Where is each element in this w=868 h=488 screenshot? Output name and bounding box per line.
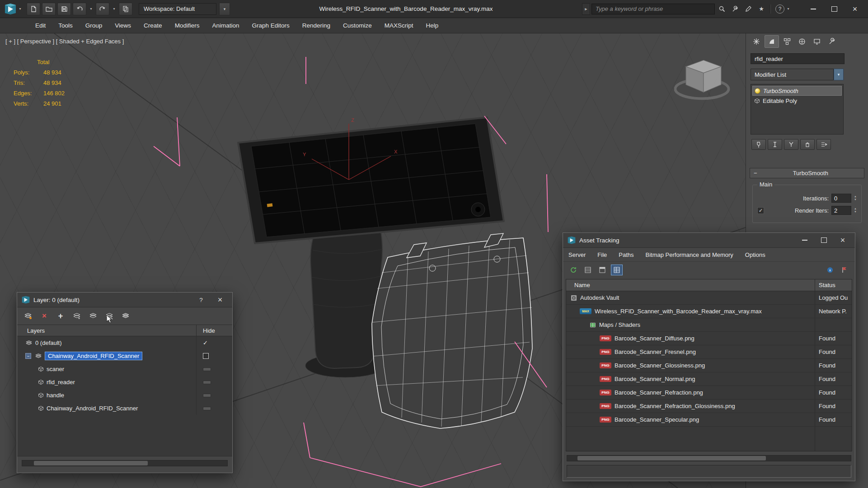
hide-checkbox[interactable] bbox=[203, 353, 209, 359]
collapse-expander-icon[interactable]: − bbox=[25, 353, 31, 359]
asset-horizontal-scrollbar[interactable] bbox=[567, 455, 851, 461]
search-history-button[interactable]: ► bbox=[582, 3, 590, 15]
hide-cell[interactable] bbox=[196, 363, 232, 376]
dialog-minimize-button[interactable] bbox=[797, 234, 812, 246]
render-iters-spinner[interactable]: ▲ ▼ bbox=[854, 207, 857, 214]
hide-cell[interactable]: ✓ bbox=[196, 336, 232, 349]
favorites-star-icon[interactable]: ★ bbox=[755, 3, 767, 15]
menu-tools[interactable]: Tools bbox=[52, 18, 79, 33]
layers-column-header[interactable]: Layers bbox=[17, 327, 196, 334]
layer-row-scaner[interactable]: scaner bbox=[17, 363, 232, 376]
delete-layer-button[interactable]: × bbox=[39, 311, 50, 321]
rollout-header[interactable]: − TurboSmooth bbox=[750, 168, 864, 178]
tab-modify[interactable] bbox=[765, 35, 779, 48]
menu-create[interactable]: Create bbox=[137, 18, 169, 33]
menu-options[interactable]: Options bbox=[745, 251, 765, 258]
menu-edit[interactable]: Edit bbox=[29, 18, 52, 33]
minimize-button[interactable] bbox=[803, 2, 824, 16]
menu-rendering[interactable]: Rendering bbox=[296, 18, 337, 33]
workspace-selector[interactable]: Workspace: Default bbox=[139, 3, 216, 15]
show-end-result-button[interactable] bbox=[768, 139, 782, 150]
menu-paths[interactable]: Paths bbox=[619, 251, 633, 258]
dialog-help-button[interactable]: ? bbox=[193, 294, 209, 306]
wrench-icon[interactable] bbox=[729, 3, 741, 15]
asset-row-refraction-glossiness[interactable]: PNG Barcode_Scanner_Refraction_Glossines… bbox=[566, 400, 852, 413]
asset-row-fresnel[interactable]: PNG Barcode_Scanner_Fresnel.png Found bbox=[566, 345, 852, 359]
scrollbar-thumb[interactable] bbox=[577, 456, 766, 460]
refresh-button[interactable] bbox=[568, 265, 579, 275]
layer-horizontal-scrollbar[interactable] bbox=[22, 460, 228, 466]
menu-server[interactable]: Server bbox=[568, 251, 586, 258]
spinner-up-icon[interactable]: ▲ bbox=[854, 195, 857, 198]
project-folder-button[interactable] bbox=[119, 3, 132, 15]
dialog-close-button[interactable]: × bbox=[835, 234, 850, 246]
object-name-field[interactable] bbox=[751, 53, 845, 64]
help-button[interactable]: ? ▾ bbox=[774, 3, 793, 15]
asset-row-max-file[interactable]: MAX Wireless_RFID_Scanner_with_Barcode_R… bbox=[566, 305, 852, 318]
menu-customize[interactable]: Customize bbox=[337, 18, 378, 33]
remove-modifier-button[interactable] bbox=[800, 139, 815, 150]
add-to-layer-button[interactable]: + bbox=[55, 311, 66, 321]
dialog-close-button[interactable]: × bbox=[212, 294, 228, 306]
tab-utilities[interactable] bbox=[825, 36, 839, 47]
search-icon[interactable] bbox=[716, 3, 728, 15]
make-unique-button[interactable] bbox=[784, 139, 798, 150]
asset-row-maps-shaders[interactable]: Maps / Shaders bbox=[566, 318, 852, 332]
render-iters-field[interactable]: 2 bbox=[831, 206, 851, 215]
redo-button[interactable] bbox=[96, 3, 109, 15]
layer-dialog-titlebar[interactable]: Layer: 0 (default) ? × bbox=[17, 293, 232, 307]
scrollbar-thumb[interactable] bbox=[34, 461, 148, 465]
iterations-field[interactable]: 0 bbox=[831, 194, 851, 203]
tab-hierarchy[interactable] bbox=[780, 36, 794, 47]
redo-dropdown-icon[interactable]: ▾ bbox=[111, 3, 117, 15]
layer-row-rfid-reader[interactable]: rfid_reader bbox=[17, 376, 232, 389]
menu-group[interactable]: Group bbox=[79, 18, 109, 33]
viewport-label[interactable]: [ + ] [ Perspective ] [ Shaded + Edged F… bbox=[5, 38, 124, 45]
stack-item-turbosmooth[interactable]: TurboSmooth bbox=[752, 86, 842, 96]
asset-row-glossiness[interactable]: PNG Barcode_Scanner_Glossiness.png Found bbox=[566, 359, 852, 372]
pen-icon[interactable] bbox=[742, 3, 754, 15]
search-input[interactable] bbox=[591, 4, 715, 14]
modifier-list-arrow-button[interactable]: ▾ bbox=[834, 69, 844, 80]
select-layer-objects-button[interactable] bbox=[88, 311, 99, 321]
hide-column-header[interactable]: Hide bbox=[196, 325, 232, 336]
menu-animation[interactable]: Animation bbox=[206, 18, 245, 33]
spinner-up-icon[interactable]: ▲ bbox=[854, 207, 857, 210]
menu-file[interactable]: File bbox=[597, 251, 607, 258]
menu-views[interactable]: Views bbox=[108, 18, 137, 33]
layer-row-default[interactable]: 0 (default) ✓ bbox=[17, 336, 232, 349]
viewcube[interactable] bbox=[674, 51, 733, 109]
undo-dropdown-icon[interactable]: ▾ bbox=[88, 3, 94, 15]
list-view-button[interactable] bbox=[582, 265, 594, 275]
layer-row-handle[interactable]: handle bbox=[17, 389, 232, 402]
barcode-reader-wireframe[interactable] bbox=[372, 233, 532, 428]
hide-cell[interactable] bbox=[196, 389, 232, 402]
asset-row-vault[interactable]: Autodesk Vault Logged Ou bbox=[566, 291, 852, 305]
menu-graph-editors[interactable]: Graph Editors bbox=[245, 18, 296, 33]
highlight-layer-button[interactable] bbox=[120, 311, 131, 321]
asset-row-specular[interactable]: PNG Barcode_Scanner_Specular.png Found bbox=[566, 413, 852, 427]
menu-help[interactable]: Help bbox=[420, 18, 445, 33]
hide-cell[interactable] bbox=[196, 376, 232, 389]
hide-cell[interactable] bbox=[196, 349, 232, 363]
add-selection-to-layer-button[interactable] bbox=[71, 311, 82, 321]
tab-display[interactable] bbox=[810, 36, 824, 47]
spinner-down-icon[interactable]: ▼ bbox=[854, 198, 857, 201]
hide-cell[interactable] bbox=[196, 402, 232, 415]
save-file-button[interactable] bbox=[57, 3, 71, 15]
render-iters-checkbox[interactable]: ✓ bbox=[757, 207, 764, 214]
dialog-maximize-button[interactable] bbox=[816, 234, 831, 246]
asset-row-refraction[interactable]: PNG Barcode_Scanner_Refraction.png Found bbox=[566, 386, 852, 400]
tab-create[interactable] bbox=[750, 36, 763, 47]
table-view-button[interactable] bbox=[611, 265, 623, 275]
status-column-header[interactable]: Status bbox=[815, 279, 852, 291]
stack-item-editable-poly[interactable]: Editable Poly bbox=[752, 96, 842, 106]
app-menu-button[interactable]: ▾ bbox=[3, 2, 25, 16]
pin-stack-button[interactable] bbox=[751, 139, 766, 150]
tab-motion[interactable] bbox=[795, 36, 809, 47]
spinner-down-icon[interactable]: ▼ bbox=[854, 210, 857, 214]
iterations-spinner[interactable]: ▲ ▼ bbox=[854, 195, 857, 201]
close-button[interactable]: × bbox=[845, 2, 865, 16]
layer-row-chainway-object[interactable]: Chainway_Android_RFID_Scanner bbox=[17, 402, 232, 415]
undo-button[interactable] bbox=[73, 3, 86, 15]
